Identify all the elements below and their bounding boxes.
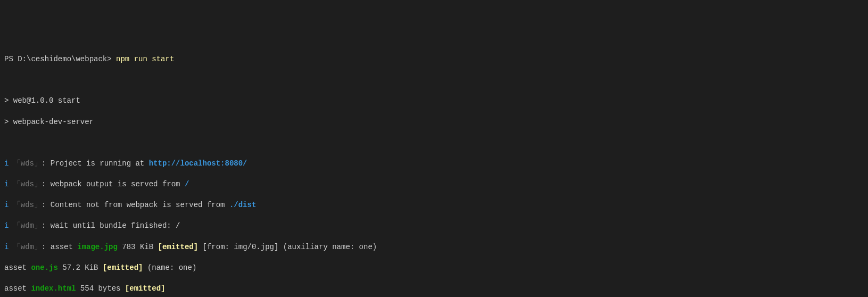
content-text: Content not from webpack is served from — [51, 201, 229, 209]
bracket-close: 」 — [34, 180, 42, 188]
prompt-arrow: > — [107, 55, 116, 63]
terminal-output[interactable]: PS D:\ceshidemo\webpack> npm run start >… — [4, 44, 864, 297]
asset-index-line: asset index.html 554 bytes [emitted] — [4, 284, 864, 294]
colon: : — [42, 243, 51, 251]
one-size: 57.2 KiB — [58, 263, 103, 272]
colon: : — [42, 159, 51, 168]
wdm-asset-line: i 「wdm」: asset image.jpg 783 KiB [emitte… — [4, 242, 864, 253]
index-size: 554 bytes — [76, 284, 125, 293]
emitted-tag: [emitted] — [125, 284, 166, 293]
wdm-tag: wdm — [21, 243, 34, 251]
asset-prefix: asset — [51, 243, 77, 251]
wdm-tag: wdm — [21, 221, 34, 230]
prompt-line: PS D:\ceshidemo\webpack> npm run start — [4, 54, 864, 65]
colon: : — [42, 221, 51, 230]
colon: : — [42, 180, 51, 188]
asset-label: asset — [4, 284, 31, 293]
one-name: one.js — [31, 263, 57, 272]
bracket-close: 」 — [34, 159, 42, 168]
running-text: Project is running at — [51, 159, 149, 168]
url-link[interactable]: http://localhost:8080/ — [149, 159, 247, 168]
content-path: ./dist — [229, 201, 256, 209]
blank-line — [4, 138, 864, 148]
bracket-open: 「 — [9, 180, 20, 188]
bracket-close: 」 — [34, 201, 42, 209]
asset-one-line: asset one.js 57.2 KiB [emitted] (name: o… — [4, 263, 864, 274]
image-size: 783 KiB — [118, 243, 158, 251]
script-line-2: > webpack-dev-server — [4, 117, 864, 128]
wds-tag: wds — [21, 180, 34, 188]
one-suffix: (name: one) — [143, 263, 196, 272]
index-name: index.html — [31, 284, 76, 293]
asset-label: asset — [4, 263, 31, 272]
command-text: npm run start — [116, 55, 174, 63]
wdm-wait-line: i 「wdm」: wait until bundle finished: / — [4, 221, 864, 232]
wds-output-line: i 「wds」: webpack output is served from / — [4, 179, 864, 190]
emitted-tag: [emitted] — [158, 243, 199, 251]
emitted-tag: [emitted] — [103, 263, 143, 272]
wait-text: wait until bundle finished: / — [51, 221, 180, 230]
bracket-open: 「 — [9, 243, 20, 251]
blank-line — [4, 75, 864, 86]
prompt-path: D:\ceshidemo\webpack — [18, 55, 107, 63]
bracket-close: 」 — [34, 243, 42, 251]
image-from: [from: img/0.jpg] (auxiliary name: one) — [198, 243, 377, 251]
bracket-close: 」 — [34, 221, 42, 230]
colon: : — [42, 201, 51, 209]
bracket-open: 「 — [9, 221, 20, 230]
script-line-1: > web@1.0.0 start — [4, 96, 864, 106]
output-path: / — [185, 180, 189, 188]
wds-tag: wds — [21, 159, 34, 168]
ps-prefix: PS — [4, 55, 18, 63]
wds-content-line: i 「wds」: Content not from webpack is ser… — [4, 200, 864, 211]
wds-running-line: i 「wds」: Project is running at http://lo… — [4, 159, 864, 169]
wds-tag: wds — [21, 201, 34, 209]
image-name: image.jpg — [77, 243, 118, 251]
bracket-open: 「 — [9, 159, 20, 168]
output-text: webpack output is served from — [51, 180, 185, 188]
bracket-open: 「 — [9, 201, 20, 209]
